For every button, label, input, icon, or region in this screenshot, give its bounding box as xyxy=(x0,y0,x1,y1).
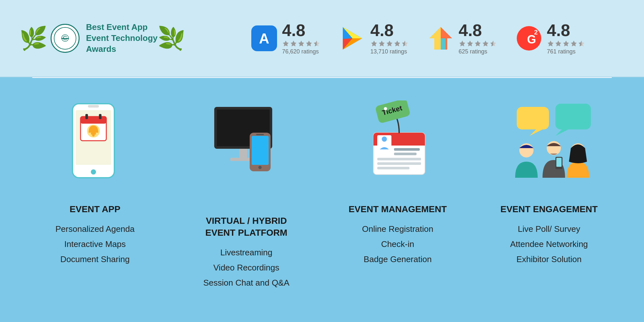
svg-marker-16 xyxy=(394,41,400,46)
virtual-hybrid-list: Livestreaming Video Recordings Session C… xyxy=(203,245,289,290)
svg-marker-23 xyxy=(467,41,473,46)
list-item: Personalized Agenda xyxy=(55,222,135,237)
g2-count: 761 ratings xyxy=(547,48,585,55)
list-item: Check-in xyxy=(362,237,433,252)
event-management-list: Online Registration Check-in Badge Gener… xyxy=(362,222,433,267)
g2-score: 4.8 xyxy=(547,22,585,39)
svg-marker-14 xyxy=(379,41,385,46)
event-engagement-icon xyxy=(504,97,594,194)
event-app-title: EVENT APP xyxy=(70,204,120,215)
svg-marker-13 xyxy=(371,41,377,46)
svg-marker-24 xyxy=(475,41,481,46)
svg-point-46 xyxy=(91,169,96,175)
award-title-line1: Best Event App xyxy=(86,22,148,32)
svg-rect-50 xyxy=(239,149,247,158)
award-text: Best Event App Event Technology Awards xyxy=(86,22,158,54)
list-item: Video Recordings xyxy=(203,260,289,275)
google-play-count: 13,710 ratings xyxy=(370,48,409,55)
svg-rect-65 xyxy=(377,167,409,169)
svg-rect-69 xyxy=(555,104,591,129)
capterra-icon xyxy=(428,25,454,51)
svg-marker-15 xyxy=(387,41,392,46)
svg-marker-18 xyxy=(402,41,405,46)
svg-marker-22 xyxy=(459,41,465,46)
event-engagement-column: EVENT ENGAGEMENT Live Poll/ Survey Atten… xyxy=(481,97,617,267)
svg-rect-71 xyxy=(517,107,549,129)
capterra-rating: 4.8 625 ratings xyxy=(428,22,497,55)
svg-marker-72 xyxy=(530,129,543,136)
event-engagement-title: EVENT ENGAGEMENT xyxy=(500,204,598,215)
svg-marker-34 xyxy=(571,41,577,46)
svg-rect-77 xyxy=(556,158,562,167)
svg-rect-62 xyxy=(394,153,417,155)
list-item: Live Poll/ Survey xyxy=(510,222,588,237)
svg-rect-64 xyxy=(377,162,421,165)
list-item: Badge Generation xyxy=(362,252,433,267)
svg-marker-25 xyxy=(483,41,488,46)
capterra-score: 4.8 xyxy=(459,22,497,39)
list-item: Exhibitor Solution xyxy=(510,252,588,267)
svg-rect-47 xyxy=(88,105,99,108)
virtual-hybrid-icon xyxy=(205,97,288,194)
svg-rect-42 xyxy=(99,114,101,119)
list-item: Online Registration xyxy=(362,222,433,237)
svg-text:2: 2 xyxy=(534,29,538,36)
header: 🌿 © Best Event App Event Technology Awar… xyxy=(0,0,644,77)
svg-marker-4 xyxy=(298,41,304,46)
svg-marker-21 xyxy=(429,27,441,50)
event-app-column: EVENT APP Personalized Agenda Interactiv… xyxy=(27,97,163,267)
g2-rating: G 2 4.8 761 ratings xyxy=(516,22,585,55)
svg-point-45 xyxy=(92,134,95,137)
app-store-score: 4.8 xyxy=(282,22,320,39)
app-store-icon: A xyxy=(251,25,277,51)
svg-point-60 xyxy=(382,137,387,142)
list-item: Attendee Networking xyxy=(510,237,588,252)
main-content: EVENT APP Personalized Agenda Interactiv… xyxy=(0,78,644,322)
award-badge: © xyxy=(51,24,80,53)
svg-rect-63 xyxy=(377,158,421,160)
award-title-line2: Event Technology xyxy=(86,33,158,43)
svg-rect-55 xyxy=(256,134,264,135)
event-app-icon xyxy=(63,97,127,194)
google-play-score: 4.8 xyxy=(370,22,409,39)
g2-icon: G 2 xyxy=(516,25,542,51)
svg-marker-70 xyxy=(555,129,568,136)
event-management-icon: Ticket xyxy=(357,97,438,194)
svg-rect-40 xyxy=(81,117,106,124)
award-section: 🌿 © Best Event App Event Technology Awar… xyxy=(19,22,186,54)
right-laurel-icon: 🌿 xyxy=(158,27,186,50)
svg-marker-36 xyxy=(579,41,582,46)
virtual-hybrid-column: VIRTUAL / HYBRID EVENT PLATFORM Livestre… xyxy=(179,97,314,290)
svg-marker-32 xyxy=(555,41,561,46)
svg-marker-3 xyxy=(291,41,296,46)
list-item: Document Sharing xyxy=(55,252,135,267)
capterra-count: 625 ratings xyxy=(459,48,497,55)
svg-rect-53 xyxy=(252,136,269,165)
event-management-column: Ticket EVENT MANAGEMENT Online Registrat… xyxy=(330,97,465,267)
svg-marker-27 xyxy=(490,41,493,46)
svg-marker-2 xyxy=(283,41,289,46)
svg-marker-7 xyxy=(314,41,317,46)
event-app-list: Personalized Agenda Interactive Maps Doc… xyxy=(55,222,135,267)
ratings-section: A 4.8 76,620 ratings xyxy=(211,22,625,55)
app-store-count: 76,620 ratings xyxy=(282,48,320,55)
svg-text:A: A xyxy=(259,31,269,46)
svg-marker-33 xyxy=(563,41,569,46)
event-engagement-list: Live Poll/ Survey Attendee Networking Ex… xyxy=(510,222,588,267)
event-management-title: EVENT MANAGEMENT xyxy=(349,204,447,215)
svg-point-54 xyxy=(258,166,262,169)
list-item: Session Chat and Q&A xyxy=(203,275,289,290)
svg-rect-41 xyxy=(85,114,88,119)
svg-marker-31 xyxy=(548,41,553,46)
google-play-rating: 4.8 13,710 ratings xyxy=(340,22,409,55)
list-item: Interactive Maps xyxy=(55,237,135,252)
list-item: Livestreaming xyxy=(203,245,289,260)
google-play-icon xyxy=(340,25,365,51)
award-title-line3: Awards xyxy=(86,44,116,54)
svg-rect-61 xyxy=(394,148,420,151)
left-laurel-icon: 🌿 xyxy=(19,27,47,50)
virtual-hybrid-title: VIRTUAL / HYBRID EVENT PLATFORM xyxy=(205,204,287,239)
svg-marker-5 xyxy=(306,41,312,46)
app-store-rating: A 4.8 76,620 ratings xyxy=(251,22,320,55)
